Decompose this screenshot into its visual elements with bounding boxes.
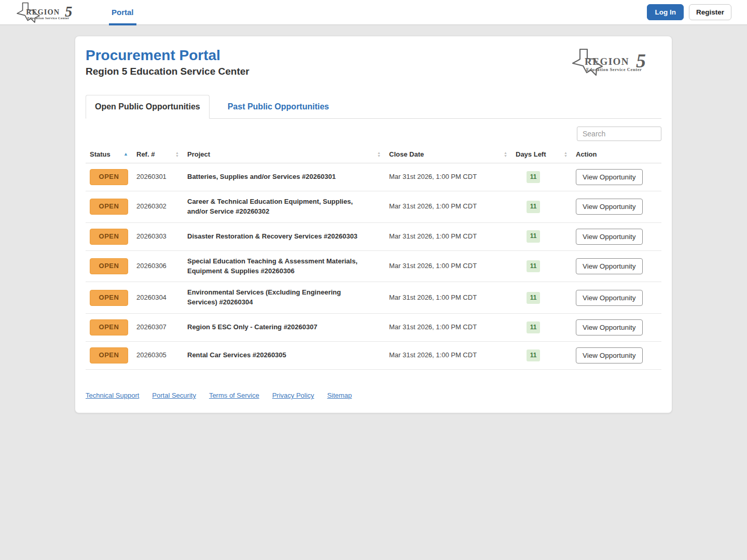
login-button[interactable]: Log In [647,4,684,20]
days-left-badge: 11 [527,230,541,242]
column-header-project[interactable]: Project ▲▼ [183,146,385,163]
region5-logo[interactable]: REGION 5 Education Service Center [16,2,84,23]
region5-logo-icon: REGION 5 Education Service Center [16,2,84,23]
card-header-titles: Procurement Portal Region 5 Education Se… [86,48,250,77]
view-opportunity-button[interactable]: View Opportunity [576,169,643,185]
ref-cell: 20260307 [132,314,183,342]
status-badge: OPEN [90,290,128,306]
card-footer: Technical Support Portal Security Terms … [86,391,661,399]
brand-tagline-text: Education Service Center [27,16,70,20]
ref-number: 20260307 [136,323,167,331]
days-left-badge: 11 [527,349,541,361]
project-name: Batteries, Supplies and/or Services #202… [187,173,336,180]
ref-cell: 20260306 [132,250,183,282]
region5-card-logo: REGION 5 Education Service Center [571,48,661,78]
table-row: OPEN 20260304 Environmental Services (Ex… [86,282,661,314]
brand-tagline-text: Education Service Center [586,67,642,72]
days-left-badge: 11 [527,260,541,272]
close-date: Mar 31st 2026, 1:00 PM CDT [389,173,477,180]
ref-number: 20260303 [136,232,167,240]
action-column-label: Action [576,150,597,158]
days-left-cell: 11 [511,163,572,191]
sort-ascending-icon: ▲ [123,152,128,157]
project-cell: Special Education Teaching & Assessment … [183,250,385,282]
ref-number: 20260304 [136,293,167,301]
days-left-cell: 11 [511,250,572,282]
project-column-label: Project [187,150,210,158]
opportunities-tabs: Open Public Opportunities Past Public Op… [86,95,661,119]
table-row: OPEN 20260302 Career & Technical Educati… [86,191,661,223]
project-name: Special Education Teaching & Assessment … [187,257,357,275]
project-name: Rental Car Services #20260305 [187,351,286,359]
project-name: Region 5 ESC Only - Catering #20260307 [187,323,317,331]
days-left-cell: 11 [511,342,572,370]
procurement-portal-card: Procurement Portal Region 5 Education Se… [75,36,672,413]
days-left-badge: 11 [527,201,541,213]
close-date-cell: Mar 31st 2026, 1:00 PM CDT [385,342,511,370]
project-cell: Batteries, Supplies and/or Services #202… [183,163,385,191]
tab-past-public-opportunities[interactable]: Past Public Opportunities [219,95,338,118]
close-date-cell: Mar 31st 2026, 1:00 PM CDT [385,191,511,223]
status-cell: OPEN [86,222,132,250]
project-name: Disaster Restoration & Recovery Services… [187,232,357,240]
days-left-cell: 11 [511,282,572,314]
status-badge: OPEN [90,319,128,335]
view-opportunity-button[interactable]: View Opportunity [576,290,643,306]
table-row: OPEN 20260301 Batteries, Supplies and/or… [86,163,661,191]
footer-link-privacy-policy[interactable]: Privacy Policy [272,391,314,399]
footer-link-sitemap[interactable]: Sitemap [327,391,352,399]
search-input[interactable] [577,127,661,141]
close-date-column-label: Close Date [389,150,424,158]
nav-item-portal[interactable]: Portal [109,0,136,25]
status-badge: OPEN [90,229,128,245]
action-cell: View Opportunity [572,342,661,370]
ref-cell: 20260301 [132,163,183,191]
ref-number: 20260301 [136,173,167,180]
close-date: Mar 31st 2026, 1:00 PM CDT [389,293,477,301]
footer-link-technical-support[interactable]: Technical Support [86,391,139,399]
table-row: OPEN 20260306 Special Education Teaching… [86,250,661,282]
status-cell: OPEN [86,250,132,282]
project-name: Career & Technical Education Equipment, … [187,198,353,215]
opportunities-table-body: OPEN 20260301 Batteries, Supplies and/or… [86,163,661,370]
column-header-action: Action [572,146,661,163]
ref-number: 20260305 [136,351,167,359]
sort-icon: ▲▼ [377,151,381,158]
close-date-cell: Mar 31st 2026, 1:00 PM CDT [385,250,511,282]
view-opportunity-button[interactable]: View Opportunity [576,258,643,274]
active-nav-indicator [109,23,136,25]
close-date-cell: Mar 31st 2026, 1:00 PM CDT [385,314,511,342]
column-header-status[interactable]: Status ▲ [86,146,132,163]
page-title: Procurement Portal [86,48,250,64]
column-header-close-date[interactable]: Close Date ▲▼ [385,146,511,163]
project-cell: Region 5 ESC Only - Catering #20260307 [183,314,385,342]
ref-number: 20260302 [136,202,167,210]
status-badge: OPEN [90,347,128,363]
ref-number: 20260306 [136,262,167,270]
view-opportunity-button[interactable]: View Opportunity [576,199,643,215]
view-opportunity-button[interactable]: View Opportunity [576,229,643,245]
close-date: Mar 31st 2026, 1:00 PM CDT [389,232,477,240]
column-header-ref[interactable]: Ref. # ▲▼ [132,146,183,163]
column-header-days-left[interactable]: Days Left ▲▼ [511,146,572,163]
table-row: OPEN 20260303 Disaster Restoration & Rec… [86,222,661,250]
table-header-row: Status ▲ Ref. # ▲▼ Project ▲▼ [86,146,661,163]
ref-cell: 20260302 [132,191,183,223]
status-badge: OPEN [90,169,128,185]
tab-open-public-opportunities[interactable]: Open Public Opportunities [86,95,210,119]
search-row [86,127,661,141]
footer-link-terms-of-service[interactable]: Terms of Service [209,391,259,399]
sort-icon: ▲▼ [564,151,568,158]
ref-cell: 20260304 [132,282,183,314]
view-opportunity-button[interactable]: View Opportunity [576,347,643,363]
sort-icon: ▲▼ [504,151,507,158]
footer-link-portal-security[interactable]: Portal Security [152,391,196,399]
register-button[interactable]: Register [689,4,731,20]
status-cell: OPEN [86,191,132,223]
view-opportunity-button[interactable]: View Opportunity [576,319,643,335]
action-cell: View Opportunity [572,282,661,314]
brand-name-text: REGION [585,56,629,67]
close-date-cell: Mar 31st 2026, 1:00 PM CDT [385,163,511,191]
days-left-badge: 11 [527,171,541,183]
close-date-cell: Mar 31st 2026, 1:00 PM CDT [385,282,511,314]
